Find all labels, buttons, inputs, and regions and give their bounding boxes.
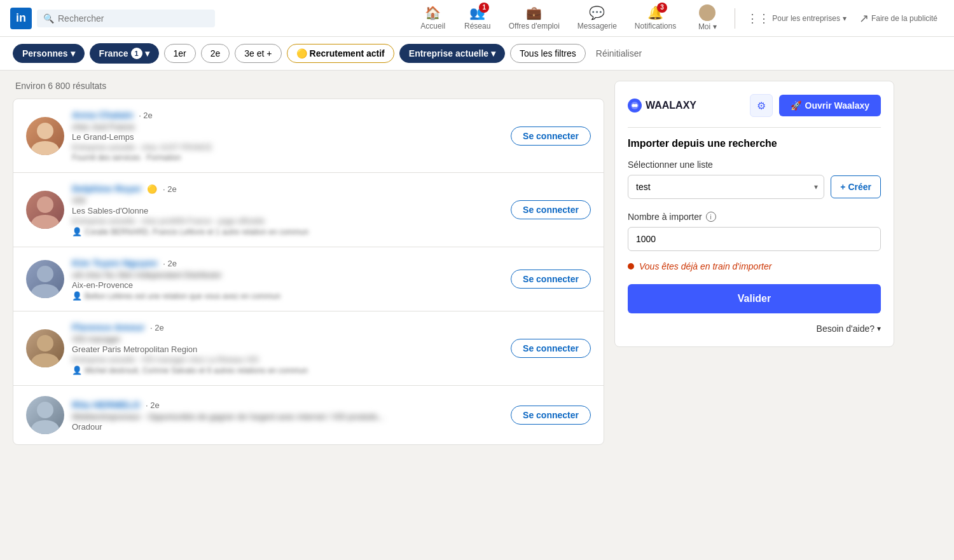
nav-label-accueil: Accueil — [420, 22, 445, 31]
svg-point-3 — [31, 141, 59, 155]
result-mutual: 👤 Coralie BERNARD, Francis Lefévre et 1 … — [72, 227, 503, 236]
avatar[interactable] — [26, 329, 64, 367]
network-icon: 👥 1 — [469, 5, 485, 20]
nav-item-emploi[interactable]: 💼 Offres d'emploi — [500, 0, 569, 37]
svg-point-5 — [31, 215, 59, 229]
waalaxy-open-button[interactable]: 🚀 Ouvrir Waalaxy — [779, 95, 881, 116]
france-label: France — [99, 48, 128, 58]
nav-item-reseau[interactable]: 👥 1 Réseau — [455, 0, 500, 37]
result-degree: · 2e — [163, 259, 177, 268]
list-select[interactable]: test — [628, 175, 824, 199]
svg-point-10 — [37, 402, 53, 418]
nav-item-notifications[interactable]: 🔔 3 Notifications — [626, 0, 685, 37]
all-filters-label: Tous les filtres — [520, 48, 576, 58]
advertise[interactable]: ↗ Faire de la publicité — [853, 6, 944, 31]
waalaxy-settings-button[interactable]: ⚙ — [750, 94, 773, 117]
svg-point-11 — [31, 420, 59, 434]
nav-item-accueil[interactable]: 🏠 Accueil — [411, 0, 455, 37]
reseau-badge: 1 — [479, 3, 489, 13]
import-count-input[interactable] — [628, 227, 881, 251]
table-row: Florence Amour · 2e VDI manager Greater … — [13, 311, 604, 386]
waalaxy-logo: WAALAXY — [628, 99, 696, 113]
svg-point-7 — [31, 284, 59, 298]
create-label: Créer — [848, 182, 871, 192]
jobs-icon: 💼 — [526, 5, 542, 20]
results-list: Anna Chatain · 2e chez Just France Le Gr… — [13, 99, 604, 445]
advertise-label: Faire de la publicité — [871, 14, 937, 23]
result-location: Aix-en-Provence — [72, 280, 503, 290]
search-bar[interactable]: 🔍 — [37, 10, 215, 27]
filter-entreprise[interactable]: Entreprise actuelle ▾ — [399, 44, 505, 63]
nav-item-messagerie[interactable]: 💬 Messagerie — [569, 0, 626, 37]
result-name[interactable]: Kim Tuyen Nguyen · 2e — [72, 257, 503, 269]
table-row: Rita HERMELO · 2e Webbentrepreneur - Opp… — [13, 386, 604, 444]
result-name[interactable]: Rita HERMELO · 2e — [72, 399, 503, 411]
select-list-label: Sélectionner une liste — [628, 160, 881, 170]
valider-button[interactable]: Valider — [628, 284, 881, 313]
chevron-down-icon: ▾ — [491, 48, 495, 58]
warning-dot-icon — [628, 263, 634, 270]
left-panel: Environ 6 800 résultats Anna Chatain · 2… — [13, 81, 604, 445]
recrutement-label: Recrutement actif — [310, 48, 385, 58]
help-link[interactable]: Besoin d'aide? ▾ — [628, 324, 881, 334]
help-label: Besoin d'aide? — [817, 324, 874, 334]
avatar[interactable] — [26, 396, 64, 434]
import-count-label-row: Nombre à importer i — [628, 212, 881, 222]
filter-recrutement[interactable]: 🟡 Recrutement actif — [287, 44, 394, 63]
filter-reset[interactable]: Réinitialiser — [591, 44, 647, 62]
filter-personnes[interactable]: Personnes ▾ — [13, 44, 85, 63]
connect-button[interactable]: Se connecter — [511, 270, 591, 289]
for-business-label: Pour les entreprises — [772, 14, 840, 23]
reset-label: Réinitialiser — [596, 48, 642, 58]
result-name[interactable]: Florence Amour · 2e — [72, 322, 503, 333]
warning-text: Vous êtes déjà en train d'importer — [639, 261, 771, 271]
home-icon: 🏠 — [425, 5, 441, 20]
result-degree: · 2e — [139, 111, 153, 120]
avatar[interactable] — [26, 260, 64, 298]
connect-button[interactable]: Se connecter — [511, 200, 591, 219]
for-business[interactable]: ⋮⋮ Pour les entreprises ▾ — [740, 6, 853, 31]
result-name[interactable]: Anna Chatain · 2e — [72, 109, 503, 121]
right-panel: WAALAXY ⚙ 🚀 Ouvrir Waalaxy Importer depu… — [614, 81, 894, 445]
result-location: Oradour — [72, 422, 503, 432]
nav-label-emploi: Offres d'emploi — [509, 22, 560, 31]
connect-button[interactable]: Se connecter — [511, 126, 591, 146]
filter-first-degree[interactable]: 1er — [164, 44, 196, 63]
filter-france[interactable]: France 1 ▾ — [90, 43, 159, 64]
avatar[interactable] — [26, 117, 64, 155]
connection-icon: 👤 — [72, 291, 82, 301]
personnes-label: Personnes — [22, 48, 68, 58]
result-degree: · 2e — [150, 323, 164, 332]
profile-avatar — [699, 4, 716, 21]
search-input[interactable] — [58, 13, 209, 24]
chevron-down-icon: ▾ — [145, 48, 149, 58]
filter-second-degree[interactable]: 2e — [201, 44, 230, 63]
first-degree-label: 1er — [174, 48, 186, 58]
create-list-button[interactable]: + Créer — [831, 175, 881, 198]
result-title: chez Just France — [72, 122, 503, 132]
filters-bar: Personnes ▾ France 1 ▾ 1er 2e 3e et + 🟡 … — [0, 37, 954, 71]
table-row: Delphine Royer 🟡 · 2e VDI Les Sables-d'O… — [13, 173, 604, 247]
connect-button[interactable]: Se connecter — [511, 339, 591, 358]
result-degree: · 2e — [146, 400, 160, 410]
nav-item-profile[interactable]: Moi ▾ — [685, 0, 729, 38]
linkedin-logo[interactable]: in — [10, 8, 32, 29]
result-info: Delphine Royer 🟡 · 2e VDI Les Sables-d'O… — [72, 183, 503, 236]
rocket-icon: 🚀 — [791, 100, 801, 111]
result-company: Entreprise actuelle : VDI manager chez L… — [72, 355, 503, 364]
connection-icon: 👤 — [72, 365, 82, 375]
result-info: Florence Amour · 2e VDI manager Greater … — [72, 322, 503, 375]
avatar[interactable] — [26, 191, 64, 229]
connect-button[interactable]: Se connecter — [511, 406, 591, 425]
result-title: vdi chez Nu Skin Independant Distributor — [72, 270, 503, 280]
table-row: Anna Chatain · 2e chez Just France Le Gr… — [13, 99, 604, 173]
svg-point-9 — [31, 353, 59, 367]
nav-label-profile: Moi ▾ — [698, 22, 717, 31]
svg-point-1 — [702, 15, 713, 21]
filter-third-degree[interactable]: 3e et + — [235, 44, 281, 63]
waalaxy-open-label: Ouvrir Waalaxy — [805, 100, 869, 111]
filter-all-filters[interactable]: Tous les filtres — [510, 44, 586, 63]
import-warning: Vous êtes déjà en train d'importer — [628, 261, 881, 271]
result-name[interactable]: Delphine Royer 🟡 · 2e — [72, 183, 503, 195]
top-navigation: in 🔍 🏠 Accueil 👥 1 Réseau 💼 Offres d'emp… — [0, 0, 954, 37]
